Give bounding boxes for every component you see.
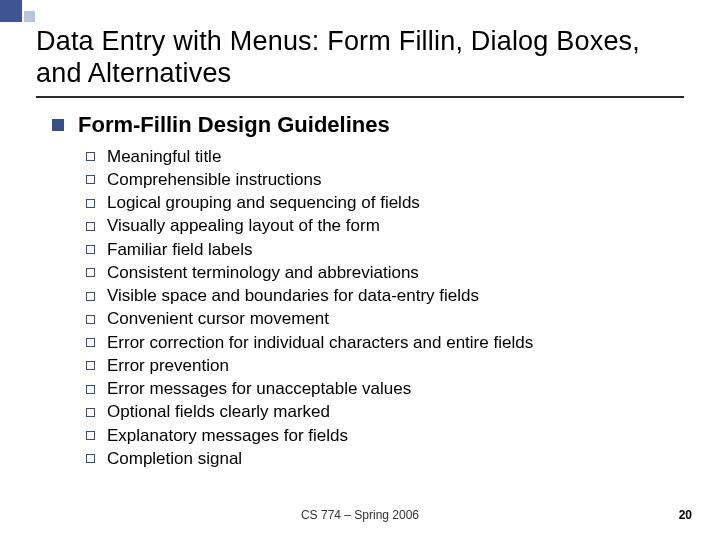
- square-outline-bullet-icon: [86, 175, 95, 184]
- slide: Data Entry with Menus: Form Fillin, Dial…: [0, 0, 720, 540]
- slide-body: Form-Fillin Design Guidelines Meaningful…: [0, 98, 720, 470]
- list-item-text: Comprehensible instructions: [107, 169, 322, 191]
- list-item: Visible space and boundaries for data-en…: [86, 285, 684, 307]
- square-outline-bullet-icon: [86, 431, 95, 440]
- square-outline-bullet-icon: [86, 292, 95, 301]
- list-item: Meaningful title: [86, 146, 684, 168]
- list-item-text: Familiar field labels: [107, 239, 253, 261]
- list-item: Convenient cursor movement: [86, 308, 684, 330]
- list-item: Error prevention: [86, 355, 684, 377]
- list-item-text: Explanatory messages for fields: [107, 425, 348, 447]
- heading-row: Form-Fillin Design Guidelines: [52, 112, 684, 138]
- list-item: Familiar field labels: [86, 239, 684, 261]
- list-item: Completion signal: [86, 448, 684, 470]
- list-item: Optional fields clearly marked: [86, 401, 684, 423]
- square-outline-bullet-icon: [86, 338, 95, 347]
- square-outline-bullet-icon: [86, 199, 95, 208]
- square-outline-bullet-icon: [86, 361, 95, 370]
- list-item-text: Meaningful title: [107, 146, 221, 168]
- list-item: Consistent terminology and abbreviations: [86, 262, 684, 284]
- square-outline-bullet-icon: [86, 152, 95, 161]
- list-item-text: Convenient cursor movement: [107, 308, 329, 330]
- list-item: Error messages for unacceptable values: [86, 378, 684, 400]
- square-outline-bullet-icon: [86, 454, 95, 463]
- accent-square-large: [0, 0, 22, 22]
- accent-bar: [0, 0, 35, 22]
- list-item-text: Visible space and boundaries for data-en…: [107, 285, 479, 307]
- guideline-list: Meaningful titleComprehensible instructi…: [52, 146, 684, 470]
- section-heading: Form-Fillin Design Guidelines: [78, 112, 390, 138]
- list-item: Explanatory messages for fields: [86, 425, 684, 447]
- square-outline-bullet-icon: [86, 268, 95, 277]
- footer: CS 774 – Spring 2006 20: [0, 508, 720, 528]
- footer-course: CS 774 – Spring 2006: [301, 508, 419, 522]
- list-item-text: Consistent terminology and abbreviations: [107, 262, 419, 284]
- list-item-text: Optional fields clearly marked: [107, 401, 330, 423]
- list-item: Visually appealing layout of the form: [86, 215, 684, 237]
- list-item-text: Visually appealing layout of the form: [107, 215, 380, 237]
- slide-title: Data Entry with Menus: Form Fillin, Dial…: [36, 26, 684, 90]
- square-bullet-icon: [52, 119, 64, 131]
- list-item-text: Logical grouping and sequencing of field…: [107, 192, 420, 214]
- square-outline-bullet-icon: [86, 245, 95, 254]
- square-outline-bullet-icon: [86, 385, 95, 394]
- list-item-text: Error correction for individual characte…: [107, 332, 533, 354]
- title-area: Data Entry with Menus: Form Fillin, Dial…: [0, 0, 720, 98]
- list-item-text: Completion signal: [107, 448, 242, 470]
- list-item: Comprehensible instructions: [86, 169, 684, 191]
- square-outline-bullet-icon: [86, 315, 95, 324]
- list-item: Error correction for individual characte…: [86, 332, 684, 354]
- accent-square-small: [24, 11, 35, 22]
- square-outline-bullet-icon: [86, 408, 95, 417]
- list-item: Logical grouping and sequencing of field…: [86, 192, 684, 214]
- list-item-text: Error prevention: [107, 355, 229, 377]
- list-item-text: Error messages for unacceptable values: [107, 378, 411, 400]
- footer-page-number: 20: [679, 508, 692, 522]
- square-outline-bullet-icon: [86, 222, 95, 231]
